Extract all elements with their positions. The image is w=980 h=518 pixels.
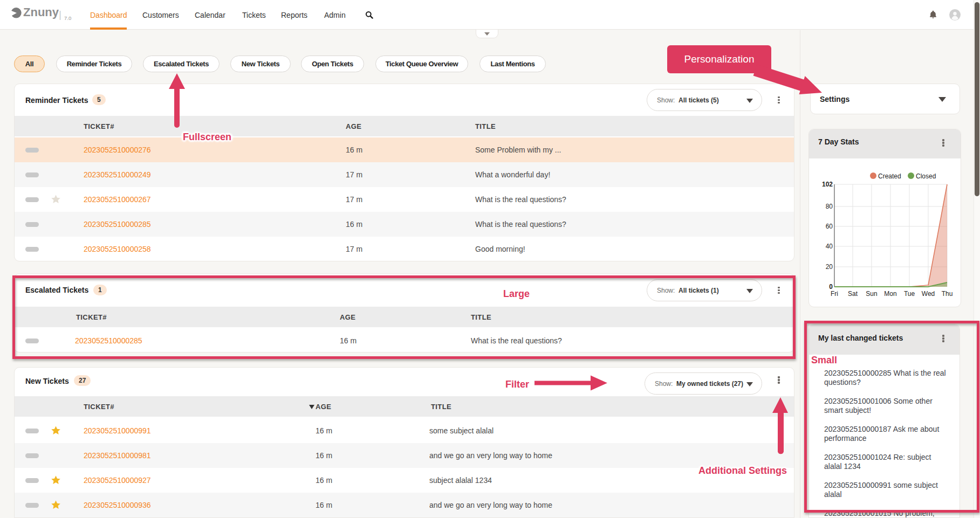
svg-text:Sat: Sat — [848, 290, 858, 298]
svg-text:Closed: Closed — [916, 172, 936, 180]
svg-text:0: 0 — [829, 283, 833, 291]
svg-text:20: 20 — [826, 263, 833, 271]
svg-text:Tue: Tue — [904, 290, 915, 298]
svg-text:102: 102 — [822, 181, 833, 188]
svg-text:Created: Created — [878, 172, 901, 180]
svg-text:Wed: Wed — [922, 290, 935, 298]
svg-text:Sun: Sun — [866, 290, 877, 298]
svg-text:40: 40 — [826, 243, 833, 250]
svg-text:Mon: Mon — [884, 290, 896, 298]
svg-text:Fri: Fri — [831, 290, 838, 298]
svg-text:60: 60 — [826, 223, 833, 230]
svg-text:Thu: Thu — [942, 290, 953, 298]
svg-text:80: 80 — [826, 203, 833, 210]
